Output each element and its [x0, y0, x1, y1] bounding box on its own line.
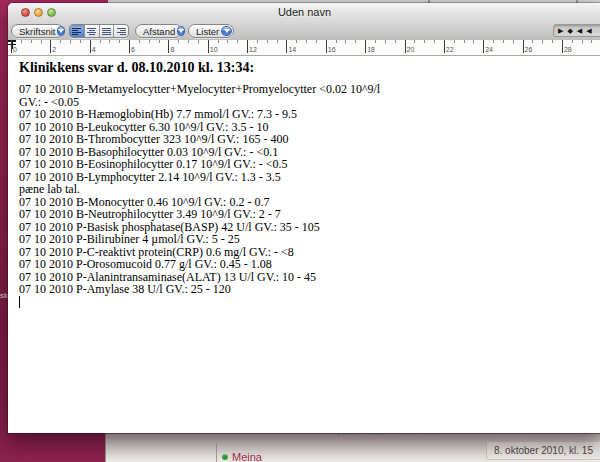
document-line: 07 10 2010 B-Neutrophilocytter 3.49 10^9… — [19, 208, 600, 221]
ruler-number: 4 — [92, 46, 96, 53]
textedit-window: Uden navn Skriftsnit — [8, 3, 600, 433]
center-tab-stop-icon[interactable] — [567, 27, 572, 34]
alignment-segmented-control — [69, 24, 129, 38]
align-right-icon — [117, 28, 126, 35]
document-lines: 07 10 2010 B-Metamyelocytter+Myelocytter… — [19, 83, 600, 296]
align-justify-button[interactable] — [100, 25, 115, 37]
document-line: 07 10 2010 P-Orosomucoid 0.77 g/l GV.: 0… — [19, 258, 600, 271]
right-tab-stop-icon[interactable] — [558, 27, 563, 34]
window-title: Uden navn — [8, 6, 600, 18]
title-bar[interactable]: Uden navn — [8, 3, 600, 19]
ruler-tick-minor — [355, 40, 356, 43]
occluded-desktop-text: sk — [0, 291, 8, 300]
ruler-tick-minor — [227, 40, 228, 43]
ruler-tick-minor — [572, 40, 573, 43]
ruler-tick-minor — [503, 40, 504, 43]
document-line: 07 10 2010 B-Metamyelocytter+Myelocytter… — [19, 83, 600, 96]
ruler-tick-minor — [552, 40, 553, 43]
ruler-tick-minor — [345, 40, 346, 43]
window-chrome: Uden navn Skriftsnit — [8, 3, 600, 41]
ruler-tick-minor — [237, 40, 238, 43]
ruler-tick-minor — [60, 40, 61, 43]
caret-line — [19, 296, 600, 309]
ruler-tick-minor — [316, 40, 317, 43]
screen: 8. oktober 2010, kl. 15 Meina .. , _ . ,… — [0, 0, 600, 462]
ruler[interactable]: 0246810121416182022242628 — [8, 40, 600, 56]
align-center-icon — [87, 28, 96, 35]
ruler-number: 6 — [131, 46, 135, 53]
ruler-tick-minor — [277, 40, 278, 43]
spacing-dropdown-label: Afstand — [136, 26, 175, 37]
ruler-tick-major — [247, 40, 248, 53]
align-left-button[interactable] — [70, 25, 85, 37]
document-line: 07 10 2010 B-Thrombocytter 323 10^9/l GV… — [19, 133, 600, 146]
ruler-tick-minor — [119, 40, 120, 43]
ruler-tick-major — [208, 40, 209, 53]
ruler-tick-minor — [21, 40, 22, 43]
ruler-tick-major — [326, 40, 327, 53]
ruler-tick-minor — [70, 40, 71, 43]
tab-stops-well[interactable] — [553, 24, 600, 37]
ruler-tick-minor — [159, 40, 160, 43]
ruler-number: 16 — [328, 46, 336, 53]
font-dropdown[interactable]: Skriftsnit — [11, 24, 64, 38]
ruler-tick-major — [483, 40, 484, 53]
chevron-down-icon — [177, 26, 185, 36]
ruler-tick-minor — [267, 40, 268, 43]
left-tab-stop-icon[interactable] — [577, 27, 582, 34]
chevron-down-icon — [57, 26, 65, 36]
ruler-tick-minor — [493, 40, 494, 43]
ruler-tick-minor — [178, 40, 179, 43]
ruler-tick-minor — [532, 40, 533, 43]
align-center-button[interactable] — [85, 25, 100, 37]
align-justify-icon — [102, 28, 111, 35]
ruler-tick-minor — [218, 40, 219, 43]
ruler-tick-major — [129, 40, 130, 53]
ruler-number: 8 — [170, 46, 174, 53]
font-dropdown-label: Skriftsnit — [12, 26, 55, 37]
ruler-tick-minor — [385, 40, 386, 43]
ruler-tick-minor — [582, 40, 583, 43]
background-window-bottom: 8. oktober 2010, kl. 15 Meina — [105, 433, 600, 462]
document-line: 07 10 2010 P-Amylase 38 U/l GV.: 25 - 12… — [19, 283, 600, 296]
occluded-text-fragment: .. , _ . ,, _ , . _ ,. — [338, 428, 483, 435]
ruler-tick-minor — [109, 40, 110, 43]
ruler-tick-minor — [454, 40, 455, 43]
ruler-number: 26 — [525, 46, 533, 53]
ruler-number: 28 — [564, 46, 572, 53]
lists-dropdown-label: Lister — [189, 26, 219, 37]
list-item-meina[interactable]: Meina — [222, 451, 262, 462]
date-text: 8. oktober 2010, kl. 15 — [494, 445, 593, 456]
ruler-tick-minor — [306, 40, 307, 43]
ruler-tick-major — [286, 40, 287, 53]
ruler-number: 24 — [485, 46, 493, 53]
ruler-tick-minor — [336, 40, 337, 43]
align-right-button[interactable] — [114, 25, 128, 37]
ruler-tick-minor — [198, 40, 199, 43]
document-line: 07 10 2010 B-Lymphocytter 2.14 10^9/l GV… — [19, 171, 600, 184]
ruler-tick-major — [90, 40, 91, 53]
decimal-tab-stop-icon[interactable] — [586, 27, 591, 34]
document-area[interactable]: Klinikkens svar d. 08.10.2010 kl. 13:34:… — [8, 56, 600, 433]
lists-dropdown[interactable]: Lister — [188, 24, 234, 38]
ruler-number: 10 — [210, 46, 218, 53]
spacing-dropdown[interactable]: Afstand — [135, 24, 182, 38]
ruler-tick-minor — [149, 40, 150, 43]
ruler-tick-minor — [591, 40, 592, 43]
ruler-tick-major — [444, 40, 445, 53]
list-item-label: Meina — [232, 451, 262, 462]
ruler-number: 12 — [249, 46, 257, 53]
pane-divider — [216, 444, 217, 462]
ruler-tick-major — [11, 40, 12, 53]
ruler-tick-minor — [100, 40, 101, 43]
ruler-number: 14 — [288, 46, 296, 53]
date-badge: 8. oktober 2010, kl. 15 — [486, 441, 600, 460]
ruler-tick-major — [168, 40, 169, 53]
ruler-tick-minor — [31, 40, 32, 43]
chevron-down-icon — [221, 26, 232, 36]
ruler-tick-minor — [513, 40, 514, 43]
ruler-tick-major — [562, 40, 563, 53]
ruler-tick-minor — [139, 40, 140, 43]
ruler-tick-minor — [473, 40, 474, 43]
document-line: 07 10 2010 P-Bilirubiner 4 µmol/l GV.: 5… — [19, 233, 600, 246]
